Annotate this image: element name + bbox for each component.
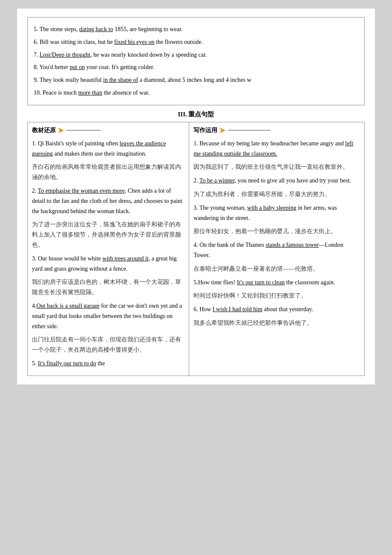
left-entry-5-en: 5. It's finally our turn to do the bbox=[32, 360, 105, 367]
left-entry-1-en: 1. Qi Baishi's style of painting often l… bbox=[32, 140, 166, 157]
sentence-6-underline: fixed his eyes on bbox=[114, 39, 154, 45]
sentence-7-number: 7. bbox=[34, 52, 40, 58]
dashed-line-left bbox=[66, 130, 101, 130]
sentence-7-after: , he was nearly knocked down by a speedi… bbox=[90, 52, 207, 58]
left-entry-3-en: 3. Our house would be white with trees a… bbox=[32, 255, 177, 272]
sentence-8-before: 8. You'd better bbox=[34, 64, 70, 70]
page-container: 5. The stone steps, dating back to 1855,… bbox=[17, 9, 375, 384]
col-left: 教材还原 ➤ 1. Qi Baishi's style of painting … bbox=[28, 122, 189, 376]
right-entry-2-en: 2. To be a winner, you need to give all … bbox=[193, 177, 351, 184]
col-right: 写作运用 ➤ 1. Because of my being late my he… bbox=[189, 122, 364, 376]
left-entry-4-en: 4.Out back is a small garage for the car… bbox=[32, 303, 182, 330]
left-entry-1: 1. Qi Baishi's style of painting often l… bbox=[32, 139, 184, 159]
left-entry-1-cn: 齐白石的绘画风格常常给观赏者留出运用想象力解读其内涵的余地。 bbox=[32, 162, 184, 182]
left-entry-5: 5. It's finally our turn to do the bbox=[32, 358, 184, 369]
col-left-title: 教材还原 bbox=[32, 127, 56, 134]
sentence-7: 7. Lost/Deep in thought, he was nearly k… bbox=[34, 50, 358, 60]
sentence-10-after: the absence of war. bbox=[102, 90, 150, 96]
dashed-line-right bbox=[228, 130, 271, 130]
right-entry-6-en: 6. How I wish I had told him about that … bbox=[193, 306, 313, 312]
right-entry-3: 3. The young woman, with a baby sleeping… bbox=[193, 203, 360, 223]
sentence-8-underline: put on bbox=[70, 64, 85, 70]
right-entry-4-en: 4. On the bank of the Thames stands a fa… bbox=[193, 242, 343, 258]
right-entry-5: 5.How time flies! It's our turn to clean… bbox=[193, 278, 360, 288]
sentence-10-underline: more than bbox=[78, 90, 102, 96]
sentence-8-after: your coat. It's getting colder. bbox=[85, 64, 154, 70]
right-entry-4-cn: 在泰晤士河畔矗立着一座著名的塔——伦敦塔。 bbox=[193, 264, 360, 274]
right-entry-1-cn: 因为我迟到了，我的班主任很生气并让我一直站在教室外。 bbox=[193, 162, 360, 172]
left-entry-3-cn: 我们的房子应该是白色的，树木环绕，有一个大花园，草随意生长没有篱笆阻隔。 bbox=[32, 277, 184, 298]
numbered-sentences-box: 5. The stone steps, dating back to 1855,… bbox=[27, 17, 365, 105]
sentence-10-before: 10. Peace is much bbox=[34, 90, 78, 96]
sentence-9-underline: in the shape of bbox=[103, 77, 138, 83]
col-right-header: 写作运用 ➤ bbox=[193, 126, 360, 135]
right-entry-1-en: 1. Because of my being late my headteach… bbox=[193, 140, 353, 157]
sentence-10: 10. Peace is much more than the absence … bbox=[34, 88, 358, 98]
sentence-8: 8. You'd better put on your coat. It's g… bbox=[34, 62, 358, 72]
left-entry-2-en: 2. To emphasise the woman even more, Che… bbox=[32, 188, 182, 214]
left-entry-2-cn: 为了进一步突出这位女子，陈逸飞在她的扇子和裙子的布料上加入了很多细节，并选择黑色… bbox=[32, 220, 184, 250]
right-entry-4: 4. On the bank of the Thames stands a fa… bbox=[193, 240, 360, 260]
col-left-header: 教材还原 ➤ bbox=[32, 126, 184, 135]
right-entry-3-en: 3. The young woman, with a baby sleeping… bbox=[193, 205, 337, 221]
right-entry-6: 6. How I wish I had told him about that … bbox=[193, 304, 360, 315]
right-entry-6-cn: 我多么希望我昨天就已经把那件事告诉他了。 bbox=[193, 318, 360, 328]
right-entry-5-en: 5.How time flies! It's our turn to clean… bbox=[193, 279, 335, 286]
sentence-6-before: 6. Bill was sitting in class, but he bbox=[34, 39, 114, 45]
sentence-9-before: 9. They look really beautiful bbox=[34, 77, 103, 83]
left-entry-3: 3. Our house would be white with trees a… bbox=[32, 254, 184, 274]
sentence-7-underline: Lost/Deep in thought bbox=[40, 52, 90, 58]
arrow-icon-right: ➤ bbox=[219, 126, 225, 135]
sentence-5-number: 5. The stone steps, bbox=[34, 26, 79, 32]
section-title: III. 重点句型 bbox=[27, 110, 365, 119]
sentence-5-underline: dating back to bbox=[79, 26, 113, 32]
sentence-9-after: a diamond, about 5 inches long and 4 inc… bbox=[138, 77, 251, 83]
left-entry-2: 2. To emphasise the woman even more, Che… bbox=[32, 186, 184, 216]
col-right-title: 写作运用 bbox=[193, 127, 217, 134]
right-entry-3-cn: 那位年轻妇女，抱着一个熟睡的婴儿，漫步在大街上。 bbox=[193, 226, 360, 237]
sentence-6: 6. Bill was sitting in class, but he fix… bbox=[34, 37, 358, 47]
right-entry-5-cn: 时间过得好快啊！又轮到我们打扫教室了。 bbox=[193, 291, 360, 301]
right-entry-2-cn: 为了成为胜利者，你需要竭尽所能，尽最大的努力。 bbox=[193, 189, 360, 199]
right-entry-2: 2. To be a winner, you need to give all … bbox=[193, 176, 360, 186]
sentence-5: 5. The stone steps, dating back to 1855,… bbox=[34, 24, 358, 35]
sentence-9: 9. They look really beautiful in the sha… bbox=[34, 75, 358, 85]
left-entry-4-cn: 出门往后院走有一间小车库，但现在我们还没有车，还有一个小院子，夹在两边的高楼中显… bbox=[32, 335, 184, 355]
sentence-6-after: the flowers outside. bbox=[154, 39, 203, 45]
right-entry-1: 1. Because of my being late my headteach… bbox=[193, 139, 360, 159]
sentence-5-after: 1855, are beginning to wear. bbox=[113, 26, 182, 32]
arrow-icon-left: ➤ bbox=[58, 126, 64, 135]
two-col-box: 教材还原 ➤ 1. Qi Baishi's style of painting … bbox=[27, 122, 365, 376]
left-entry-4: 4.Out back is a small garage for the car… bbox=[32, 301, 184, 331]
